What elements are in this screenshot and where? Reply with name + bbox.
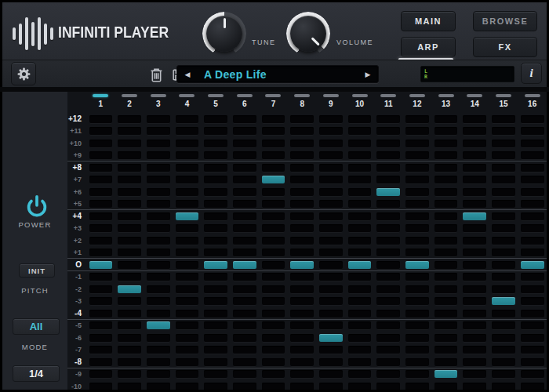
step-cell[interactable] [290, 176, 314, 183]
step-cell[interactable] [147, 297, 170, 305]
step-cell[interactable] [405, 127, 429, 135]
step-cell[interactable] [492, 334, 515, 342]
step-cell[interactable] [290, 346, 314, 354]
step-cell[interactable] [118, 212, 141, 220]
step-cell[interactable] [147, 151, 170, 159]
step-cell[interactable] [405, 176, 429, 183]
step-cell[interactable] [492, 200, 515, 208]
step-cell[interactable] [463, 321, 486, 329]
step-cell[interactable] [521, 140, 544, 147]
step-cell[interactable] [376, 127, 400, 135]
step-cell[interactable] [492, 321, 515, 329]
step-cell[interactable] [405, 346, 429, 354]
step-cell[interactable] [89, 321, 113, 329]
step-cell[interactable] [233, 310, 256, 318]
step-cell[interactable] [434, 358, 458, 366]
step-cell[interactable] [147, 273, 170, 281]
step-cell[interactable] [463, 249, 486, 256]
step-cell[interactable] [463, 200, 486, 208]
step-cell[interactable] [290, 249, 314, 256]
step-cell[interactable] [89, 261, 113, 269]
step-cell[interactable] [290, 370, 314, 378]
step-cell[interactable] [348, 176, 372, 183]
step-cell[interactable] [176, 261, 199, 269]
step-cell[interactable] [492, 358, 515, 366]
step-cell[interactable] [405, 310, 429, 318]
step-cell[interactable] [348, 249, 372, 256]
step-cell[interactable] [147, 249, 170, 256]
step-cell[interactable] [319, 224, 343, 232]
step-cell[interactable] [521, 297, 544, 305]
step-cell[interactable] [118, 285, 141, 293]
step-cell[interactable] [147, 237, 170, 245]
step-cell[interactable] [521, 176, 544, 183]
step-cell[interactable] [204, 334, 227, 342]
step-cell[interactable] [492, 237, 515, 245]
step-cell[interactable] [319, 358, 343, 366]
step-cell[interactable] [434, 297, 458, 305]
step-cell[interactable] [492, 212, 515, 220]
step-cell[interactable] [521, 237, 544, 245]
step-cell[interactable] [376, 249, 400, 256]
step-cell[interactable] [405, 297, 429, 305]
step-cell[interactable] [492, 346, 515, 354]
step-cell[interactable] [233, 249, 256, 256]
step-cell[interactable] [147, 140, 170, 147]
step-cell[interactable] [319, 334, 343, 342]
step-cell[interactable] [204, 249, 227, 256]
step-cell[interactable] [118, 237, 141, 245]
step-cell[interactable] [405, 212, 429, 220]
step-cell[interactable] [233, 261, 256, 269]
step-cell[interactable] [463, 115, 486, 123]
step-cell[interactable] [147, 370, 170, 378]
step-cell[interactable] [492, 224, 515, 232]
step-cell[interactable] [434, 334, 458, 342]
step-cell[interactable] [204, 200, 227, 208]
step-cell[interactable] [290, 297, 314, 305]
step-cell[interactable] [204, 237, 227, 245]
step-cell[interactable] [348, 212, 372, 220]
tempo-button[interactable]: 1/4 [13, 365, 60, 382]
step-cell[interactable] [434, 346, 458, 354]
step-cell[interactable] [348, 321, 372, 329]
step-cell[interactable] [204, 212, 227, 220]
step-cell[interactable] [463, 237, 486, 245]
step-cell[interactable] [463, 188, 486, 196]
step-cell[interactable] [319, 249, 343, 256]
step-cell[interactable] [376, 334, 400, 342]
step-cell[interactable] [521, 285, 544, 293]
step-cell[interactable] [319, 200, 343, 208]
step-cell[interactable] [348, 127, 372, 135]
step-cell[interactable] [118, 249, 141, 256]
step-cell[interactable] [521, 224, 544, 232]
step-cell[interactable] [492, 127, 515, 135]
step-cell[interactable] [376, 370, 400, 378]
step-cell[interactable] [521, 334, 544, 342]
step-cell[interactable] [118, 224, 141, 232]
step-cell[interactable] [319, 346, 343, 354]
step-cell[interactable] [376, 383, 400, 390]
step-cell[interactable] [176, 370, 199, 378]
step-cell[interactable] [348, 237, 372, 245]
step-cell[interactable] [348, 140, 372, 147]
step-cell[interactable] [290, 358, 314, 366]
step-cell[interactable] [262, 237, 285, 245]
step-cell[interactable] [319, 370, 343, 378]
step-cell[interactable] [348, 297, 372, 305]
step-cell[interactable] [262, 334, 285, 342]
step-cell[interactable] [147, 212, 170, 220]
step-cell[interactable] [118, 310, 141, 318]
step-cell[interactable] [463, 358, 486, 366]
step-cell[interactable] [319, 261, 343, 269]
step-cell[interactable] [376, 164, 400, 172]
step-cell[interactable] [463, 383, 486, 390]
step-cell[interactable] [89, 346, 113, 354]
step-cell[interactable] [521, 321, 544, 329]
step-cell[interactable] [290, 200, 314, 208]
step-cell[interactable] [521, 370, 544, 378]
step-cell[interactable] [118, 334, 141, 342]
step-cell[interactable] [176, 224, 199, 232]
step-cell[interactable] [376, 297, 400, 305]
step-cell[interactable] [118, 383, 141, 390]
step-cell[interactable] [147, 310, 170, 318]
